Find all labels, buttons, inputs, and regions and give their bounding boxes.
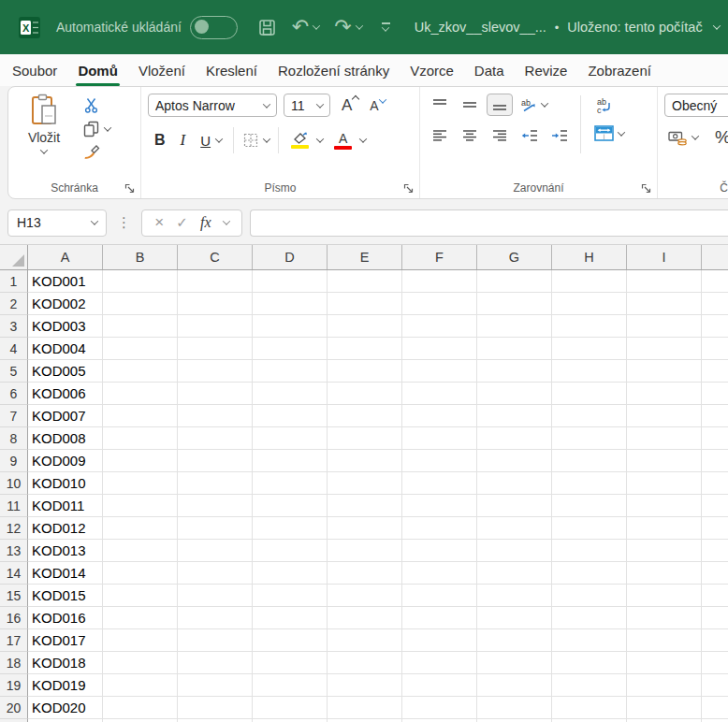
row-header-6[interactable]: 6 (0, 383, 28, 405)
cell-D16[interactable] (253, 607, 328, 629)
font-color-dropdown-icon[interactable] (359, 135, 367, 142)
enter-button[interactable]: ✓ (176, 214, 188, 231)
align-bottom-button[interactable] (487, 94, 513, 116)
excel-app-icon[interactable]: X (19, 17, 40, 38)
cell-E6[interactable] (328, 383, 402, 405)
cell-F4[interactable] (402, 338, 477, 360)
autosave-control[interactable]: Automatické ukládání (56, 16, 238, 39)
select-all-button[interactable] (0, 245, 28, 269)
redo-dropdown-icon[interactable] (355, 22, 362, 29)
cell-partial-2[interactable] (702, 293, 728, 315)
orientation-button[interactable]: ab (517, 97, 551, 112)
cell-I15[interactable] (627, 585, 702, 607)
cell-H4[interactable] (552, 338, 627, 360)
cell-D9[interactable] (253, 450, 328, 472)
cell-C11[interactable] (178, 495, 253, 517)
row-header-19[interactable]: 19 (0, 674, 28, 697)
cell-A7[interactable]: KOD007 (28, 405, 103, 427)
cell-H10[interactable] (552, 472, 627, 495)
cell-partial-10[interactable] (702, 472, 728, 495)
cell-C16[interactable] (178, 607, 253, 629)
cell-D13[interactable] (253, 540, 328, 562)
cell-G5[interactable] (477, 360, 552, 383)
cell-B14[interactable] (103, 562, 178, 585)
row-header-17[interactable]: 17 (0, 629, 28, 652)
cell-I13[interactable] (627, 540, 702, 562)
clipboard-dialog-launcher[interactable] (124, 183, 135, 194)
cell-C13[interactable] (178, 540, 253, 562)
row-header-12[interactable]: 12 (0, 517, 28, 540)
insert-function-button[interactable]: fx (200, 214, 211, 231)
alignment-dialog-launcher[interactable] (641, 183, 651, 194)
cell-I17[interactable] (627, 629, 702, 652)
cell-I9[interactable] (627, 450, 702, 472)
cell-A19[interactable]: KOD019 (28, 674, 103, 697)
cell-G19[interactable] (477, 674, 552, 697)
cell-A20[interactable]: KOD020 (28, 697, 103, 719)
column-header-B[interactable]: B (103, 245, 178, 269)
underline-button[interactable]: U (194, 128, 228, 152)
cell-partial-19[interactable] (702, 674, 728, 697)
cell-G20[interactable] (477, 697, 552, 719)
cell-B20[interactable] (103, 697, 178, 719)
cell-D15[interactable] (253, 585, 328, 607)
cell-A5[interactable]: KOD005 (28, 360, 103, 383)
row-header-9[interactable]: 9 (0, 450, 28, 472)
cell-G3[interactable] (477, 315, 552, 338)
borders-button[interactable] (239, 133, 273, 148)
row-header-16[interactable]: 16 (0, 607, 28, 629)
cell-A15[interactable]: KOD015 (28, 585, 103, 607)
cell-I6[interactable] (627, 383, 702, 405)
cell-H7[interactable] (552, 405, 627, 427)
cell-E11[interactable] (328, 495, 402, 517)
cell-D19[interactable] (253, 674, 328, 697)
wrap-text-button[interactable]: ab c (590, 94, 628, 118)
increase-font-button[interactable]: A (342, 96, 358, 115)
row-header-10[interactable]: 10 (0, 472, 28, 495)
cell-F13[interactable] (402, 540, 477, 562)
cell-E19[interactable] (328, 674, 402, 697)
cell-E4[interactable] (328, 338, 402, 360)
column-header-partial[interactable] (702, 245, 728, 269)
row-header-15[interactable]: 15 (0, 585, 28, 607)
underline-dropdown-icon[interactable] (215, 135, 223, 142)
cell-A10[interactable]: KOD010 (28, 472, 103, 495)
cell-A2[interactable]: KOD002 (28, 293, 103, 315)
row-header-1[interactable]: 1 (0, 270, 28, 293)
cell-G6[interactable] (477, 383, 552, 405)
cell-A6[interactable]: KOD006 (28, 383, 103, 405)
cell-F9[interactable] (402, 450, 477, 472)
redo-button[interactable]: ↷ (329, 17, 366, 37)
cell-D17[interactable] (253, 629, 328, 652)
accounting-dropdown-icon[interactable] (692, 132, 699, 139)
cell-G13[interactable] (477, 540, 552, 562)
font-dialog-launcher[interactable] (403, 183, 414, 194)
cell-G4[interactable] (477, 338, 552, 360)
cell-D1[interactable] (253, 270, 328, 293)
number-format-combo[interactable]: Obecný (664, 94, 728, 117)
cell-B8[interactable] (103, 427, 178, 450)
cell-C20[interactable] (178, 697, 253, 719)
undo-dropdown-icon[interactable] (313, 22, 320, 29)
cell-F5[interactable] (402, 360, 477, 383)
paste-dropdown-icon[interactable] (40, 146, 48, 153)
cell-F8[interactable] (402, 427, 477, 450)
formula-input[interactable] (250, 209, 728, 237)
cell-C17[interactable] (178, 629, 253, 652)
cell-B7[interactable] (103, 405, 178, 427)
cell-B6[interactable] (103, 383, 178, 405)
cell-B15[interactable] (103, 585, 178, 607)
cell-G9[interactable] (477, 450, 552, 472)
merge-center-dropdown-icon[interactable] (618, 128, 625, 136)
accounting-format-button[interactable] (664, 130, 702, 146)
font-color-button[interactable]: A (327, 132, 370, 150)
cell-B2[interactable] (103, 293, 178, 315)
align-top-button[interactable] (427, 94, 453, 116)
cell-G1[interactable] (477, 270, 552, 293)
autosave-toggle[interactable] (190, 16, 238, 39)
cell-partial-5[interactable] (702, 360, 728, 383)
cell-B9[interactable] (103, 450, 178, 472)
cell-H12[interactable] (552, 517, 627, 540)
cell-F14[interactable] (402, 562, 477, 585)
cell-F2[interactable] (402, 293, 477, 315)
